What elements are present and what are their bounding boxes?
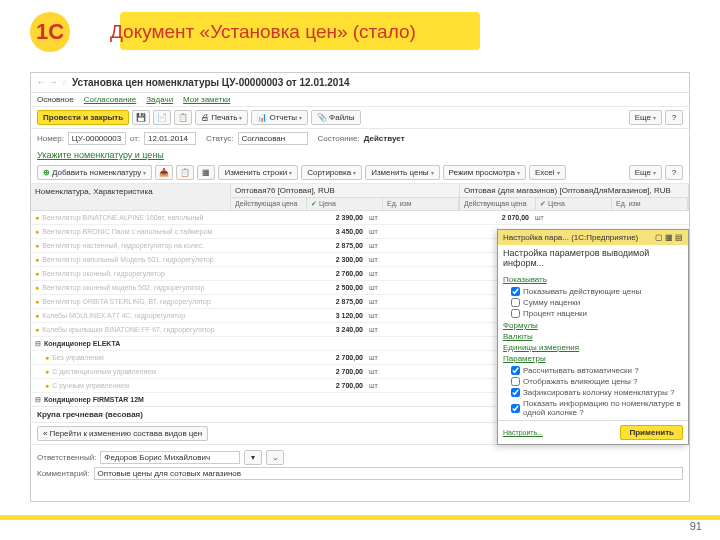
section-heading: Укажите номенклатуру и цены bbox=[31, 148, 689, 162]
status-field[interactable]: Согласован bbox=[238, 132, 308, 145]
change-rows-button[interactable]: Изменить строки ▾ bbox=[218, 165, 298, 180]
post-icon[interactable]: 📄 bbox=[153, 110, 171, 125]
panel-group[interactable]: Формулы bbox=[503, 321, 683, 330]
panel-group[interactable]: Единицы измерения bbox=[503, 343, 683, 352]
reports-button[interactable]: 📊 Отчеты ▾ bbox=[251, 110, 308, 125]
excel-button[interactable]: Excel ▾ bbox=[529, 165, 566, 180]
col-group1: Оптовая76 [Оптовая], RUB bbox=[231, 184, 459, 198]
change-prices-button[interactable]: Изменить цены ▾ bbox=[365, 165, 439, 180]
unpost-icon[interactable]: 📋 bbox=[174, 110, 192, 125]
col-ed1[interactable]: Ед. изм bbox=[383, 198, 459, 210]
help2-icon[interactable]: ? bbox=[665, 165, 683, 180]
more2-button[interactable]: Еще ▾ bbox=[629, 165, 662, 180]
resp-field[interactable]: Федоров Борис Михайлович bbox=[100, 451, 240, 464]
col-price1[interactable]: ✔ Цена bbox=[307, 198, 383, 210]
panel-checkbox-item[interactable]: Отображать влияющие цены ? bbox=[503, 376, 683, 387]
footer-item: Крупа гречневая (весовая) bbox=[37, 410, 143, 419]
panel-doc-icon[interactable]: ▤ bbox=[675, 233, 683, 242]
panel-group[interactable]: Валюты bbox=[503, 332, 683, 341]
tab-approval[interactable]: Согласование bbox=[84, 95, 137, 104]
panel-checkbox-item[interactable]: Показывать действующие цены bbox=[503, 286, 683, 297]
more-button[interactable]: Еще ▾ bbox=[629, 110, 662, 125]
col-group2: Оптовая (для магазинов) [ОптоваяДляМагаз… bbox=[460, 184, 688, 198]
back-icon[interactable]: ← bbox=[37, 78, 45, 87]
tab-main[interactable]: Основное bbox=[37, 95, 74, 104]
tab-tasks[interactable]: Задачи bbox=[146, 95, 173, 104]
date-field[interactable]: 12.01.2014 bbox=[144, 132, 196, 145]
star-icon[interactable]: ☆ bbox=[61, 78, 68, 87]
view-mode-button[interactable]: Режим просмотра ▾ bbox=[443, 165, 526, 180]
sort-button[interactable]: Сортировка ▾ bbox=[301, 165, 362, 180]
slide-title: Документ «Установка цен» (стало) bbox=[110, 21, 416, 43]
col-cur-price1[interactable]: Действующая цена bbox=[231, 198, 307, 210]
barcode-icon[interactable]: ▦ bbox=[197, 165, 215, 180]
page-number: 91 bbox=[690, 520, 702, 532]
fill-icon[interactable]: 📥 bbox=[155, 165, 173, 180]
panel-checkbox-item[interactable]: Зафиксировать колонку номенклатуры ? bbox=[503, 387, 683, 398]
col-price2[interactable]: ✔ Цена bbox=[536, 198, 612, 210]
comment-field[interactable]: Оптовые цены для сотовых магазинов bbox=[94, 467, 683, 480]
apply-button[interactable]: Применить bbox=[620, 425, 683, 440]
paste-icon[interactable]: 📋 bbox=[176, 165, 194, 180]
settings-panel: Настройка пара... (1С:Предприятие) ▢ ▦ ▤… bbox=[497, 229, 689, 445]
logo: 1C bbox=[30, 8, 90, 56]
panel-group[interactable]: Параметры bbox=[503, 354, 683, 363]
goto-price-types-button[interactable]: « Перейти к изменению состава видов цен bbox=[37, 426, 208, 441]
comment-label: Комментарий: bbox=[37, 469, 90, 478]
print-button[interactable]: 🖨 Печать ▾ bbox=[195, 110, 248, 125]
panel-bar-title: Настройка пара... (1С:Предприятие) bbox=[503, 233, 638, 242]
save-icon[interactable]: 💾 bbox=[132, 110, 150, 125]
panel-checkbox-item[interactable]: Сумму наценки bbox=[503, 297, 683, 308]
col-cur-price2[interactable]: Действующая цена bbox=[460, 198, 536, 210]
col-ed2[interactable]: Ед. изм bbox=[612, 198, 688, 210]
status-label: Статус: bbox=[206, 134, 234, 143]
forward-icon[interactable]: → bbox=[49, 78, 57, 87]
date-label: от: bbox=[130, 134, 140, 143]
save-close-button[interactable]: Провести и закрыть bbox=[37, 110, 129, 125]
files-button[interactable]: 📎 Файлы bbox=[311, 110, 360, 125]
panel-title: Настройка параметров выводимой информ... bbox=[498, 245, 688, 271]
table-row[interactable]: ● Вентилятор BINATONE ALPINE 160вт, напо… bbox=[31, 211, 689, 225]
panel-min-icon[interactable]: ▢ bbox=[655, 233, 663, 242]
footer-stripe bbox=[0, 515, 720, 520]
col-nomenclature[interactable]: Номенклатура, Характеристика bbox=[31, 184, 231, 210]
panel-checkbox-item[interactable]: Рассчитывать автоматически ? bbox=[503, 365, 683, 376]
panel-checkbox-item[interactable]: Процент наценки bbox=[503, 308, 683, 319]
state-value: Действует bbox=[364, 134, 405, 143]
resp-label: Ответственный: bbox=[37, 453, 96, 462]
grid-header: Номенклатура, Характеристика Оптовая76 [… bbox=[31, 184, 689, 211]
app-window: ← → ☆ Установка цен номенклатуры ЦУ-0000… bbox=[30, 72, 690, 502]
resp-select-icon[interactable]: ⌵ bbox=[266, 450, 284, 465]
window-title: Установка цен номенклатуры ЦУ-00000003 о… bbox=[72, 77, 350, 88]
num-field[interactable]: ЦУ-00000003 bbox=[68, 132, 126, 145]
panel-group[interactable]: Показывать bbox=[503, 275, 683, 284]
tab-notes[interactable]: Мои заметки bbox=[183, 95, 230, 104]
tabs: Основное Согласование Задачи Мои заметки bbox=[31, 93, 689, 107]
help-icon[interactable]: ? bbox=[665, 110, 683, 125]
add-item-button[interactable]: ⊕ Добавить номенклатуру ▾ bbox=[37, 165, 152, 180]
state-label: Состояние: bbox=[318, 134, 360, 143]
resp-open-icon[interactable]: ▾ bbox=[244, 450, 262, 465]
tune-link[interactable]: Настроить... bbox=[503, 429, 543, 436]
num-label: Номер: bbox=[37, 134, 64, 143]
panel-checkbox-item[interactable]: Показать информацию по номенклатуре в од… bbox=[503, 398, 683, 418]
panel-tool-icon[interactable]: ▦ bbox=[665, 233, 673, 242]
